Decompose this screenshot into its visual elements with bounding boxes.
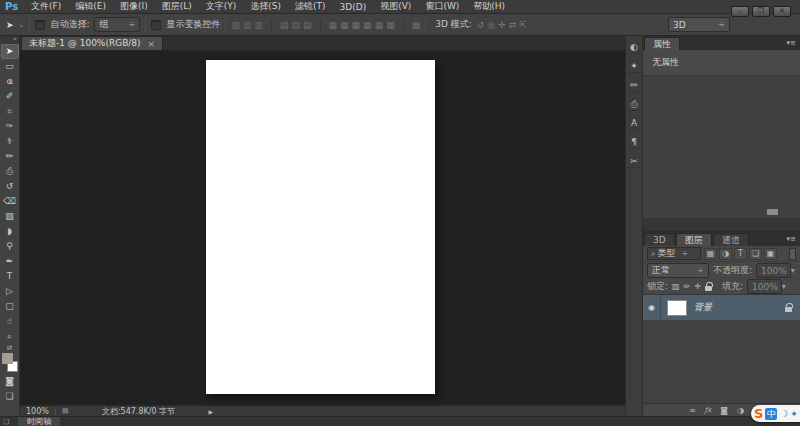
layer-effects-icon[interactable]: ƒx <box>705 406 712 414</box>
pen-tool[interactable]: ✒ <box>1 254 19 269</box>
brush-tool[interactable]: ✏ <box>1 149 19 164</box>
quick-selection-tool[interactable]: ✐ <box>1 89 19 104</box>
add-layer-mask-icon[interactable]: ◙ <box>720 406 728 415</box>
lock-all-icon[interactable] <box>705 286 712 291</box>
filter-type-layers-icon[interactable]: T <box>734 248 747 260</box>
path-selection-tool[interactable]: ▷ <box>1 284 19 299</box>
opacity-field[interactable]: 100% ▾ <box>756 263 791 278</box>
foreground-color-swatch[interactable] <box>2 353 13 364</box>
spot-healing-brush-tool[interactable]: ⚕ <box>1 134 19 149</box>
layer-thumbnail[interactable] <box>667 300 687 316</box>
menu-layer[interactable]: 图层(L) <box>155 0 199 13</box>
new-adjustment-layer-icon[interactable]: ◑ <box>737 406 744 415</box>
tools-collapse-icon[interactable]: » <box>0 36 19 44</box>
tab-timeline[interactable]: 时间轴 <box>18 417 60 426</box>
menu-view[interactable]: 视图(V) <box>373 0 418 13</box>
auto-select-dropdown[interactable]: 组 ÷ <box>94 17 140 32</box>
lock-transparent-pixels-icon[interactable]: ▨ <box>672 282 680 291</box>
sogou-logo-icon[interactable]: S <box>754 406 763 421</box>
default-swatches-icon[interactable]: ⇄ <box>7 344 13 352</box>
3d-scale-tool-icon[interactable]: ⇱ <box>519 20 527 30</box>
tool-presets-panel-icon[interactable]: ✂ <box>627 155 641 168</box>
history-brush-tool[interactable]: ↺ <box>1 179 19 194</box>
status-expand-arrow-icon[interactable]: ▶ <box>209 408 214 415</box>
tab-properties[interactable]: 属性 <box>644 37 680 50</box>
minimize-button[interactable]: – <box>731 6 749 17</box>
menu-file[interactable]: 文件(F) <box>24 0 68 13</box>
filter-adjustment-layers-icon[interactable]: ◑ <box>719 248 732 260</box>
workspace-switcher-dropdown[interactable]: 3D ÷ <box>668 17 730 32</box>
lock-position-icon[interactable]: ✛ <box>694 282 701 291</box>
panel-resize-grabber[interactable] <box>767 209 778 215</box>
filter-group-layers-icon[interactable]: ❏ <box>749 248 762 260</box>
clone-stamp-tool[interactable]: ⎙ <box>1 164 19 179</box>
type-tool[interactable]: T <box>1 269 19 284</box>
align-left-edges-icon[interactable]: ▥ <box>231 20 240 30</box>
brush-panel-icon[interactable]: ✏ <box>627 79 641 92</box>
screen-mode-button[interactable]: ❏ <box>1 389 19 404</box>
gradient-tool[interactable]: ▧ <box>1 209 19 224</box>
character-panel-icon[interactable]: A <box>627 117 641 130</box>
crop-tool[interactable]: ⌗ <box>1 104 19 119</box>
menu-help[interactable]: 帮助(H) <box>466 0 512 13</box>
align-top-edges-icon[interactable]: ▤ <box>271 20 289 30</box>
distribute-top-edges-icon[interactable]: ▦ <box>320 20 338 30</box>
distribute-vertical-centers-icon[interactable]: ▦ <box>340 20 349 30</box>
menu-image[interactable]: 图像(I) <box>113 0 155 13</box>
paragraph-panel-icon[interactable]: ¶ <box>627 136 641 149</box>
rectangular-marquee-tool[interactable]: ▭ <box>1 59 19 74</box>
menu-3d[interactable]: 3D(D) <box>333 2 374 12</box>
ime-extra-icon[interactable]: ✦ <box>790 409 798 419</box>
close-button[interactable]: ✕ <box>773 6 791 17</box>
clone-source-panel-icon[interactable]: ⎙ <box>627 98 641 111</box>
tab-channels[interactable]: 通道 <box>713 233 749 246</box>
ime-language-toggle[interactable]: 中 <box>765 408 777 420</box>
panel-menu-icon[interactable]: ▾≡ <box>787 39 796 47</box>
link-layers-icon[interactable]: ∞ <box>689 406 696 415</box>
menu-type[interactable]: 文字(Y) <box>199 0 244 13</box>
3d-slide-tool-icon[interactable]: ⇄ <box>509 20 517 30</box>
tab-layers[interactable]: 图层 <box>676 233 712 246</box>
lock-image-pixels-icon[interactable]: ✏ <box>684 282 691 291</box>
tool-preset-caret-icon[interactable]: ⌄ <box>19 21 25 29</box>
eraser-tool[interactable]: ⌫ <box>1 194 19 209</box>
auto-select-checkbox[interactable] <box>35 20 45 30</box>
rectangle-tool[interactable]: ▢ <box>1 299 19 314</box>
quick-mask-button[interactable]: ◙ <box>1 374 19 389</box>
filter-smart-objects-icon[interactable]: ▣ <box>764 248 777 260</box>
restore-button[interactable]: ❒ <box>752 6 770 17</box>
show-transform-checkbox[interactable] <box>151 20 161 30</box>
align-right-edges-icon[interactable]: ▥ <box>255 20 264 30</box>
3d-roll-tool-icon[interactable]: ◎ <box>487 20 495 30</box>
timeline-corner-icon[interactable]: ❏ <box>3 418 9 426</box>
layer-visibility-cell[interactable]: ◉ <box>643 295 661 320</box>
zoom-level-field[interactable]: 100% <box>26 407 49 416</box>
menu-select[interactable]: 选择(S) <box>243 0 288 13</box>
distribute-left-edges-icon[interactable]: ▦ <box>363 20 372 30</box>
align-horizontal-centers-icon[interactable]: ▥ <box>243 20 252 30</box>
layer-row-background[interactable]: ◉ 背景 <box>643 295 800 321</box>
align-vertical-centers-icon[interactable]: ▤ <box>292 20 301 30</box>
tab-close-icon[interactable]: × <box>148 39 156 49</box>
zoom-tool[interactable]: ⌕ <box>1 329 19 344</box>
distribute-right-edges-icon[interactable]: ▦ <box>386 20 395 30</box>
document-tab[interactable]: 未标题-1 @ 100%(RGB/8) × <box>21 36 163 50</box>
menu-edit[interactable]: 编辑(E) <box>68 0 113 13</box>
blur-tool[interactable]: ◗ <box>1 224 19 239</box>
dodge-tool[interactable]: ⚲ <box>1 239 19 254</box>
menu-filter[interactable]: 滤镜(T) <box>288 0 333 13</box>
align-bottom-edges-icon[interactable]: ▤ <box>303 20 312 30</box>
lasso-tool[interactable]: ҩ <box>1 74 19 89</box>
distribute-horizontal-centers-icon[interactable]: ▦ <box>375 20 384 30</box>
menu-window[interactable]: 窗口(W) <box>418 0 466 13</box>
auto-align-layers-icon[interactable]: ▩ <box>403 20 421 30</box>
document-canvas[interactable] <box>206 60 435 394</box>
filter-pixel-layers-icon[interactable]: ▦ <box>704 248 717 260</box>
panel-menu-icon[interactable]: ▾≡ <box>787 235 796 243</box>
distribute-bottom-edges-icon[interactable]: ▦ <box>352 20 361 30</box>
blend-mode-dropdown[interactable]: 正常 ÷ <box>647 263 709 278</box>
move-tool[interactable]: ➤ <box>1 44 19 59</box>
3d-rotate-tool-icon[interactable]: ↺ <box>477 20 485 30</box>
layer-filter-dropdown[interactable]: ⌕ 类型 ÷ <box>647 247 701 260</box>
3d-drag-tool-icon[interactable]: ✛ <box>498 20 506 30</box>
